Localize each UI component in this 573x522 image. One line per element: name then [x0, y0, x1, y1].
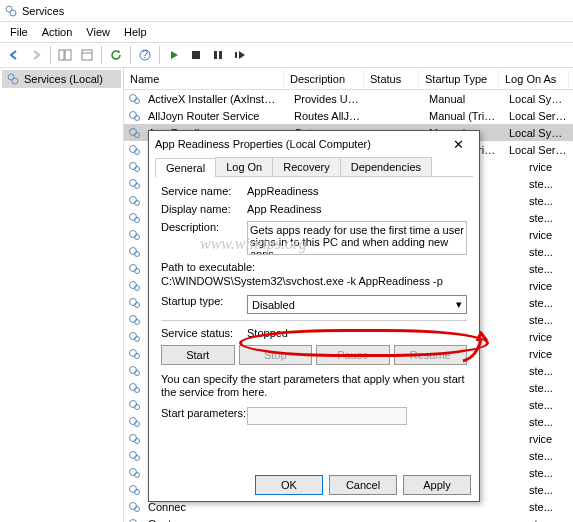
menu-action[interactable]: Action: [36, 24, 79, 40]
svg-point-1: [10, 10, 16, 16]
tab-general[interactable]: General: [155, 158, 216, 177]
cell-name: AllJoyn Router Service: [142, 110, 288, 122]
svg-point-54: [130, 434, 137, 441]
chevron-down-icon: ▾: [456, 298, 462, 311]
separator: [159, 46, 160, 64]
show-hide-icon[interactable]: [55, 45, 75, 65]
cancel-button[interactable]: Cancel: [329, 475, 397, 495]
back-icon[interactable]: [4, 45, 24, 65]
pause-button: Pause: [316, 345, 390, 365]
gear-icon: [128, 143, 142, 157]
svg-point-40: [130, 315, 137, 322]
description-field[interactable]: [247, 221, 467, 255]
gear-icon: [128, 415, 142, 429]
toolbar: ?: [0, 42, 573, 68]
service-status-label: Service status:: [161, 327, 247, 339]
cell-logon: Local Servi...: [503, 110, 573, 122]
startup-type-label: Startup type:: [161, 295, 247, 307]
cell-logon: ste...: [523, 195, 573, 207]
cell-logon: Local Servi...: [503, 144, 573, 156]
svg-point-30: [130, 230, 137, 237]
divider: [161, 320, 467, 321]
col-startup[interactable]: Startup Type: [419, 71, 499, 87]
gear-icon: [128, 211, 142, 225]
dialog-body: Service name: AppReadiness Display name:…: [149, 177, 479, 437]
refresh-icon[interactable]: [106, 45, 126, 65]
ok-button[interactable]: OK: [255, 475, 323, 495]
startup-type-select[interactable]: Disabled ▾: [247, 295, 467, 314]
start-params-note: You can specify the start parameters tha…: [161, 373, 467, 399]
restart-icon[interactable]: [230, 45, 250, 65]
svg-point-22: [130, 162, 137, 169]
cell-logon: ste...: [523, 178, 573, 190]
gear-icon: [128, 517, 142, 523]
svg-rect-2: [59, 50, 64, 60]
close-icon[interactable]: ✕: [443, 134, 473, 154]
col-logon[interactable]: Log On As: [499, 71, 569, 87]
svg-rect-11: [235, 52, 237, 58]
svg-point-34: [130, 264, 137, 271]
menu-file[interactable]: File: [4, 24, 34, 40]
col-name[interactable]: Name: [124, 71, 284, 87]
start-params-label: Start parameters:: [161, 407, 247, 419]
gear-icon: [128, 109, 142, 123]
stop-button: Stop: [239, 345, 313, 365]
properties-icon[interactable]: [77, 45, 97, 65]
table-row[interactable]: Contacste...: [124, 515, 573, 522]
cell-logon: ste...: [523, 450, 573, 462]
separator: [130, 46, 131, 64]
gear-icon: [128, 126, 142, 140]
play-icon[interactable]: [164, 45, 184, 65]
cell-logon: ste...: [523, 416, 573, 428]
startup-type-value: Disabled: [252, 299, 295, 311]
gear-icon: [128, 296, 142, 310]
pause-icon[interactable]: [208, 45, 228, 65]
gear-icon: [128, 381, 142, 395]
tree-root[interactable]: Services (Local): [2, 70, 121, 88]
menu-view[interactable]: View: [80, 24, 116, 40]
col-desc[interactable]: Description: [284, 71, 364, 87]
svg-point-48: [130, 383, 137, 390]
table-row[interactable]: ActiveX Installer (AxInstSV)Provides Us.…: [124, 90, 573, 107]
display-name-value: App Readiness: [247, 203, 467, 215]
svg-point-36: [130, 281, 137, 288]
cell-logon: ste...: [523, 246, 573, 258]
svg-rect-10: [219, 51, 222, 59]
svg-point-60: [130, 485, 137, 492]
table-row[interactable]: AllJoyn Router ServiceRoutes AllJo...Man…: [124, 107, 573, 124]
start-button[interactable]: Start: [161, 345, 235, 365]
svg-point-42: [130, 332, 137, 339]
apply-button[interactable]: Apply: [403, 475, 471, 495]
description-label: Description:: [161, 221, 247, 233]
menu-help[interactable]: Help: [118, 24, 153, 40]
gear-icon: [128, 398, 142, 412]
svg-point-28: [130, 213, 137, 220]
cell-logon: rvice: [523, 433, 573, 445]
svg-rect-4: [82, 50, 92, 60]
separator: [101, 46, 102, 64]
gear-icon: [128, 347, 142, 361]
gear-icon: [128, 279, 142, 293]
cell-logon: ste...: [523, 518, 573, 523]
help-icon[interactable]: ?: [135, 45, 155, 65]
cell-logon: Local Syste...: [503, 93, 573, 105]
cell-logon: ste...: [523, 263, 573, 275]
service-name-label: Service name:: [161, 185, 247, 197]
col-status[interactable]: Status: [364, 71, 419, 87]
stop-icon[interactable]: [186, 45, 206, 65]
svg-point-56: [130, 451, 137, 458]
cell-name: Contac: [142, 518, 192, 523]
gear-icon: [128, 449, 142, 463]
tab-recovery[interactable]: Recovery: [272, 157, 340, 176]
tab-logon[interactable]: Log On: [215, 157, 273, 176]
display-name-label: Display name:: [161, 203, 247, 215]
separator: [50, 46, 51, 64]
gears-icon: [6, 72, 20, 86]
tree-panel: Services (Local): [0, 68, 124, 522]
cell-name: ActiveX Installer (AxInstSV): [142, 93, 288, 105]
gear-icon: [128, 313, 142, 327]
tab-dependencies[interactable]: Dependencies: [340, 157, 432, 176]
svg-point-38: [130, 298, 137, 305]
svg-text:?: ?: [142, 49, 148, 60]
start-params-field: [247, 407, 407, 425]
